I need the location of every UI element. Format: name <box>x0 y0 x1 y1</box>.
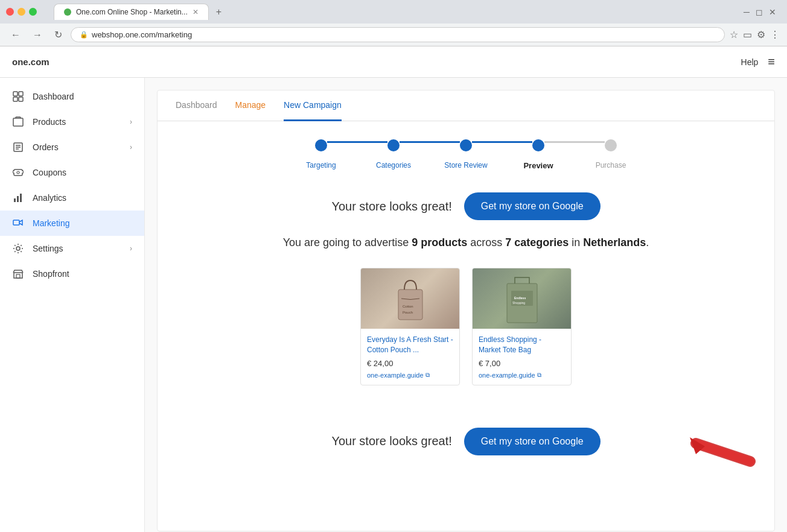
hamburger-menu-icon[interactable]: ≡ <box>768 55 775 69</box>
product-card-1: Cotton Pouch Everyday Is A Fresh Start -… <box>360 268 460 385</box>
step-targeting-circle <box>315 139 327 151</box>
get-google-button-bottom[interactable]: Get my store on Google <box>464 428 601 455</box>
red-arrow <box>684 431 756 467</box>
products-chevron-icon: › <box>130 118 132 126</box>
screenshot-icon[interactable]: ▭ <box>743 29 752 40</box>
restore-icon[interactable]: ◻ <box>756 7 763 17</box>
tab-manage[interactable]: Manage <box>235 90 266 121</box>
sidebar-analytics-label: Analytics <box>33 193 66 203</box>
sidebar-orders-label: Orders <box>33 142 59 152</box>
reload-button[interactable]: ↻ <box>51 28 66 42</box>
main-content: Dashboard Manage New Campaign <box>145 78 787 532</box>
browser-tab[interactable]: One.com Online Shop - Marketin... ✕ <box>54 4 209 20</box>
product-cards: Cotton Pouch Everyday Is A Fresh Start -… <box>182 268 750 385</box>
top-cta-row: Your store looks great! Get my store on … <box>182 192 750 220</box>
products-icon <box>12 116 24 128</box>
advertise-info: You are going to advertise 9 products ac… <box>182 235 750 251</box>
product-price-1: € 24,00 <box>367 359 453 368</box>
svg-point-14 <box>16 247 20 250</box>
help-button[interactable]: Help <box>741 57 759 67</box>
bookmark-icon[interactable]: ☆ <box>730 29 738 40</box>
tab-close-button[interactable]: ✕ <box>193 8 199 16</box>
step-purchase-label: Purchase <box>596 161 626 169</box>
advertise-products: 9 products <box>412 236 467 249</box>
preview-section: Your store looks great! Get my store on … <box>158 180 774 422</box>
extensions-icon[interactable]: ⚙ <box>757 29 765 40</box>
svg-text:Endless: Endless <box>514 296 526 300</box>
step-storereview-circle <box>460 139 472 151</box>
analytics-icon <box>12 192 24 204</box>
bottom-cta-row: Your store looks great! Get my store on … <box>158 422 774 473</box>
svg-text:Cotton: Cotton <box>403 305 413 308</box>
close-icon[interactable]: ✕ <box>769 7 776 17</box>
sidebar-settings-label: Settings <box>33 244 63 253</box>
tab-favicon <box>64 8 71 16</box>
step-categories-label: Categories <box>376 161 411 169</box>
lock-icon: 🔒 <box>80 31 88 39</box>
tab-title: One.com Online Shop - Marketin... <box>76 8 188 16</box>
advertise-text-end: in <box>569 236 583 249</box>
tabs-navigation: Dashboard Manage New Campaign <box>158 90 774 121</box>
orders-icon <box>12 141 24 153</box>
tab-new-campaign[interactable]: New Campaign <box>284 90 342 121</box>
more-options-icon[interactable]: ⋮ <box>770 29 780 40</box>
address-bar[interactable]: 🔒 webshop.one.com/marketing <box>71 27 725 42</box>
svg-rect-2 <box>13 97 18 101</box>
product-image-1: Cotton Pouch <box>361 268 459 329</box>
window-close-button[interactable] <box>6 8 14 16</box>
url-text: webshop.one.com/marketing <box>92 30 192 39</box>
advertise-text-before: You are going to advertise <box>283 236 412 249</box>
step-targeting-label: Targeting <box>306 161 336 169</box>
svg-rect-15 <box>16 274 20 278</box>
settings-chevron-icon: › <box>130 244 132 253</box>
step-line-4 <box>544 141 605 143</box>
shopfront-icon <box>12 268 24 280</box>
sidebar-item-analytics[interactable]: Analytics <box>0 185 144 211</box>
svg-rect-13 <box>13 220 19 225</box>
sidebar-item-orders[interactable]: Orders › <box>0 135 144 160</box>
sidebar-item-shopfront[interactable]: Shopfront <box>0 261 144 287</box>
product-image-2: Endless Shopping <box>473 268 571 329</box>
product-link-2[interactable]: one-example.guide ⧉ <box>479 372 565 379</box>
svg-text:Pouch: Pouch <box>403 311 413 314</box>
svg-rect-11 <box>17 196 19 202</box>
external-link-icon-1: ⧉ <box>425 372 430 379</box>
advertise-text-middle: across <box>467 236 505 249</box>
product-price-2: € 7,00 <box>479 359 565 368</box>
advertise-categories: 7 categories <box>505 236 569 249</box>
coupons-icon <box>12 166 24 179</box>
window-maximize-button[interactable] <box>29 8 37 16</box>
svg-rect-10 <box>14 198 16 202</box>
advertise-country: Netherlands <box>583 236 646 249</box>
sidebar: Dashboard Products › Orders <box>0 78 145 532</box>
step-purchase-circle <box>605 139 617 151</box>
product-name-2: Endless Shopping - Market Tote Bag <box>479 335 565 355</box>
forward-button[interactable]: → <box>29 28 46 42</box>
tab-dashboard[interactable]: Dashboard <box>176 90 217 121</box>
step-categories-circle <box>387 139 400 151</box>
sidebar-item-coupons[interactable]: Coupons <box>0 160 144 185</box>
product-card-2: Endless Shopping Endless Shopping - Mark… <box>472 268 572 385</box>
campaign-stepper: Targeting Categories Store Review Previe… <box>158 121 774 180</box>
svg-rect-4 <box>13 118 23 126</box>
svg-rect-1 <box>19 92 23 96</box>
svg-point-9 <box>17 171 19 174</box>
sidebar-item-marketing[interactable]: Marketing <box>0 211 144 236</box>
get-google-button-top[interactable]: Get my store on Google <box>464 192 601 220</box>
step-preview-circle <box>532 139 544 151</box>
new-tab-button[interactable]: + <box>211 4 226 20</box>
svg-text:Shopping: Shopping <box>512 301 525 305</box>
sidebar-item-products[interactable]: Products › <box>0 109 144 135</box>
sidebar-products-label: Products <box>33 117 66 127</box>
sidebar-shopfront-label: Shopfront <box>33 269 69 279</box>
store-great-text-bottom: Your store looks great! <box>331 434 451 448</box>
sidebar-item-dashboard[interactable]: Dashboard <box>0 84 144 109</box>
orders-chevron-icon: › <box>130 143 132 151</box>
minimize-icon[interactable]: ─ <box>744 7 750 17</box>
back-button[interactable]: ← <box>7 28 24 42</box>
product-link-1[interactable]: one-example.guide ⧉ <box>367 372 453 379</box>
step-line-2 <box>400 141 460 143</box>
window-minimize-button[interactable] <box>18 8 25 16</box>
step-storereview-label: Store Review <box>444 161 487 169</box>
sidebar-item-settings[interactable]: Settings › <box>0 236 144 261</box>
